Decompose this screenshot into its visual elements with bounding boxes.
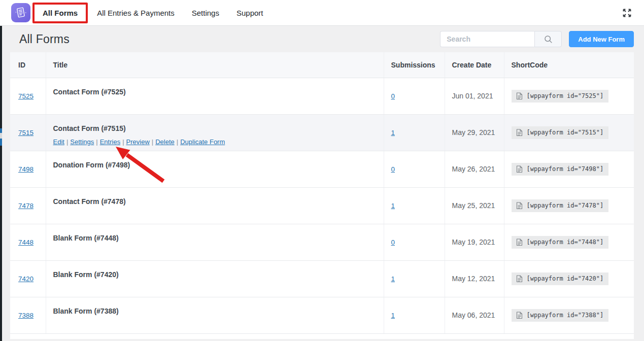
shortcode-text: [wppayform id="7388"] — [527, 312, 604, 319]
shortcode-box[interactable]: [wppayform id="7448"] — [512, 236, 609, 249]
column-header-title: Title — [46, 52, 384, 78]
form-id-link[interactable]: 7498 — [18, 165, 33, 173]
create-date: Jun 01, 2021 — [445, 78, 504, 114]
action-link-delete[interactable]: Delete — [155, 138, 175, 146]
document-icon — [516, 165, 523, 173]
action-link-edit[interactable]: Edit — [53, 138, 64, 146]
table-row[interactable]: 7448Blank Form (#7448)0May 19, 2021[wppa… — [10, 224, 634, 260]
shortcode-text: [wppayform id="7420"] — [527, 275, 604, 282]
action-separator: | — [96, 138, 97, 146]
search-group — [440, 31, 562, 47]
create-date: May 25, 2021 — [445, 187, 504, 224]
action-separator: | — [152, 138, 153, 146]
expand-fullscreen-icon — [622, 8, 632, 18]
page-title: All Forms — [10, 32, 70, 46]
document-icon — [516, 238, 523, 246]
submissions-link[interactable]: 1 — [391, 129, 395, 137]
shortcode-box[interactable]: [wppayform id="7498"] — [512, 163, 609, 176]
shortcode-text: [wppayform id="7525"] — [527, 92, 604, 99]
fullscreen-toggle-button[interactable] — [622, 8, 632, 18]
document-icon — [516, 129, 523, 137]
form-title: Blank Form (#7420) — [53, 270, 384, 279]
document-icon — [516, 312, 523, 319]
shortcode-text: [wppayform id="7498"] — [527, 165, 604, 173]
action-separator: | — [66, 138, 68, 146]
action-separator: | — [122, 138, 124, 146]
shortcode-box[interactable]: [wppayform id="7515"] — [512, 126, 609, 139]
create-date: May 29, 2021 — [445, 114, 504, 151]
action-link-entries[interactable]: Entries — [100, 138, 120, 146]
form-title: Contact Form (#7478) — [53, 197, 384, 206]
search-input[interactable] — [440, 31, 534, 47]
wppayform-logo[interactable] — [11, 3, 30, 22]
document-icon — [516, 202, 523, 210]
action-separator: | — [177, 138, 178, 146]
action-link-preview[interactable]: Preview — [126, 138, 150, 146]
submissions-link[interactable]: 0 — [391, 238, 395, 246]
column-header-submissions: Submissions — [384, 52, 445, 78]
nav-item-all-entries-payments[interactable]: All Entries & Payments — [97, 9, 175, 17]
create-date: May 19, 2021 — [445, 224, 504, 260]
create-date: May 06, 2021 — [445, 297, 504, 333]
sidebar-light-segment — [0, 133, 2, 139]
form-title: Contact Form (#7525) — [53, 88, 384, 96]
shortcode-text: [wppayform id="7448"] — [527, 238, 604, 246]
submissions-link[interactable]: 1 — [391, 202, 395, 210]
table-row[interactable]: 7498Donation Form (#7498)0May 26, 2021[w… — [10, 151, 634, 187]
wppayform-admin-page: All FormsAll Entries & PaymentsSettingsS… — [0, 0, 644, 341]
forms-table: ID Title Submissions Create Date ShortCo… — [10, 52, 634, 334]
table-row[interactable]: 7525Contact Form (#7525)0Jun 01, 2021[wp… — [10, 78, 634, 114]
wp-admin-collapsed-sidebar[interactable] — [0, 26, 2, 341]
page-header: All Forms Add New Form — [10, 26, 634, 52]
table-row[interactable]: 7478Contact Form (#7478)1May 25, 2021[wp… — [10, 187, 634, 224]
nav-item-support[interactable]: Support — [236, 9, 263, 17]
next-row-partial — [10, 334, 634, 339]
submissions-link[interactable]: 1 — [391, 312, 395, 319]
document-icon — [516, 92, 523, 100]
sidebar-active-segment-2 — [0, 139, 2, 146]
form-title: Donation Form (#7498) — [53, 161, 384, 169]
shortcode-box[interactable]: [wppayform id="7420"] — [512, 272, 609, 285]
form-title: Blank Form (#7448) — [53, 234, 384, 242]
create-date: May 12, 2021 — [445, 260, 504, 297]
shortcode-box[interactable]: [wppayform id="7388"] — [512, 309, 609, 322]
column-header-create-date: Create Date — [445, 52, 504, 78]
submissions-link[interactable]: 0 — [391, 92, 395, 100]
add-new-form-button[interactable]: Add New Form — [569, 31, 634, 47]
main-nav: All FormsAll Entries & PaymentsSettingsS… — [43, 0, 281, 25]
document-icon — [516, 275, 523, 283]
top-navigation-bar: All FormsAll Entries & PaymentsSettingsS… — [0, 0, 644, 26]
column-header-id: ID — [10, 52, 46, 78]
submissions-link[interactable]: 1 — [391, 275, 395, 283]
row-actions: Edit|Settings|Entries|Preview|Delete|Dup… — [53, 138, 384, 146]
nav-item-settings[interactable]: Settings — [192, 9, 219, 17]
search-icon — [544, 35, 553, 44]
action-link-duplicate-form[interactable]: Duplicate Form — [180, 138, 225, 146]
form-id-link[interactable]: 7525 — [18, 92, 33, 100]
table-header: ID Title Submissions Create Date ShortCo… — [10, 52, 634, 78]
form-id-link[interactable]: 7515 — [18, 129, 33, 137]
action-link-settings[interactable]: Settings — [70, 138, 94, 146]
form-document-icon — [14, 6, 27, 19]
table-body: 7525Contact Form (#7525)0Jun 01, 2021[wp… — [10, 78, 634, 333]
form-id-link[interactable]: 7420 — [18, 275, 33, 283]
submissions-link[interactable]: 0 — [391, 165, 395, 173]
table-row[interactable]: 7515Contact Form (#7515)Edit|Settings|En… — [10, 114, 634, 151]
form-title: Blank Form (#7388) — [53, 307, 384, 315]
shortcode-text: [wppayform id="7478"] — [527, 202, 604, 209]
nav-item-all-forms[interactable]: All Forms — [32, 3, 88, 23]
form-id-link[interactable]: 7478 — [18, 202, 33, 210]
form-title: Contact Form (#7515) — [53, 124, 384, 132]
column-header-shortcode: ShortCode — [504, 52, 634, 78]
sidebar-active-segment — [0, 128, 2, 133]
shortcode-text: [wppayform id="7515"] — [527, 129, 604, 136]
create-date: May 26, 2021 — [445, 151, 504, 187]
shortcode-box[interactable]: [wppayform id="7525"] — [512, 90, 609, 103]
table-row[interactable]: 7388Blank Form (#7388)1May 06, 2021[wppa… — [10, 297, 634, 333]
form-id-link[interactable]: 7448 — [18, 238, 33, 246]
table-row[interactable]: 7420Blank Form (#7420)1May 12, 2021[wppa… — [10, 260, 634, 297]
shortcode-box[interactable]: [wppayform id="7478"] — [512, 199, 609, 212]
form-id-link[interactable]: 7388 — [18, 312, 33, 319]
search-button[interactable] — [534, 31, 562, 47]
content-area: All Forms Add New Form ID Title — [0, 26, 644, 341]
